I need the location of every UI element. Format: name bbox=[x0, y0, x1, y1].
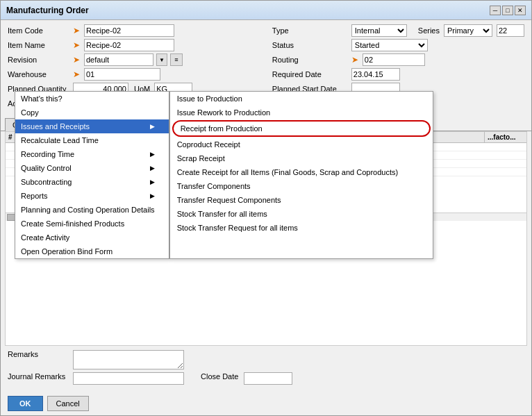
remarks-label: Remarks bbox=[8, 350, 70, 358]
submenu-scrap-receipt[interactable]: Scrap Receipt bbox=[170, 151, 433, 165]
submenu-issue-rework[interactable]: Issue Rework to Production bbox=[170, 106, 433, 119]
item-name-label: Item Name bbox=[8, 41, 70, 49]
menu-open-bind[interactable]: Open Operation Bind Form bbox=[15, 244, 169, 258]
remarks-row: Remarks bbox=[8, 350, 524, 369]
submenu-stock-transfer-all[interactable]: Stock Transfer for all items bbox=[170, 207, 433, 221]
menu-quality-control[interactable]: Quality Control ▶ bbox=[15, 161, 169, 175]
ok-button[interactable]: OK bbox=[8, 396, 43, 411]
journal-remarks-input[interactable] bbox=[73, 372, 184, 385]
series-label: Series bbox=[418, 26, 440, 35]
status-row: Status Started bbox=[272, 39, 524, 51]
submenu-transfer-components[interactable]: Transfer Components bbox=[170, 179, 433, 193]
submenu-transfer-request-components[interactable]: Transfer Request Components bbox=[170, 193, 433, 207]
journal-remarks-label: Journal Remarks bbox=[8, 372, 70, 381]
type-row: Type Internal Series Primary bbox=[272, 24, 524, 37]
minimize-button[interactable]: ─ bbox=[490, 6, 501, 15]
menu-semi-finished[interactable]: Create Semi-finished Products bbox=[15, 217, 169, 231]
item-name-row: Item Name ➤ bbox=[8, 39, 258, 51]
item-name-arrow-icon: ➤ bbox=[73, 40, 80, 50]
remarks-input[interactable] bbox=[73, 350, 184, 369]
required-date-row: Required Date bbox=[272, 68, 524, 81]
menu-planning-costing[interactable]: Planning and Costing Operation Details bbox=[15, 203, 169, 217]
warehouse-row: Warehouse ➤ bbox=[8, 68, 258, 81]
submenu-issue-production[interactable]: Issue to Production bbox=[170, 92, 433, 106]
submenu-issues-receipts: Issue to Production Issue Rework to Prod… bbox=[169, 91, 433, 259]
routing-input[interactable] bbox=[363, 53, 425, 66]
th-facto: ...facto... bbox=[485, 132, 526, 142]
routing-label: Routing bbox=[272, 56, 349, 64]
submenu-arrow-icon: ▶ bbox=[150, 123, 155, 130]
title-bar: Manufacturing Order ─ □ ✕ bbox=[1, 1, 531, 20]
menu-whats-this[interactable]: What's this? bbox=[15, 92, 169, 106]
revision-row: Revision ➤ ▼ ≡ bbox=[8, 53, 258, 66]
required-date-label: Required Date bbox=[272, 70, 349, 78]
routing-row: Routing ➤ bbox=[272, 53, 524, 66]
status-select[interactable]: Started bbox=[351, 39, 428, 51]
window-controls: ─ □ ✕ bbox=[490, 6, 526, 15]
warehouse-arrow-icon: ➤ bbox=[73, 69, 80, 79]
series-num-input[interactable] bbox=[497, 24, 524, 37]
recording-time-arrow-icon: ▶ bbox=[150, 151, 155, 158]
subcontracting-arrow-icon: ▶ bbox=[150, 178, 155, 185]
reports-arrow-icon: ▶ bbox=[150, 192, 155, 199]
warehouse-input[interactable] bbox=[84, 68, 160, 81]
item-code-label: Item Code bbox=[8, 26, 70, 35]
type-select[interactable]: Internal bbox=[351, 24, 407, 37]
submenu-receipt-production[interactable]: Receipt from Production bbox=[174, 122, 429, 135]
receipt-from-production-outline: Receipt from Production bbox=[172, 120, 431, 137]
item-code-input[interactable] bbox=[84, 24, 174, 37]
submenu-create-receipt-all[interactable]: Create Receipt for all Items (Final Good… bbox=[170, 165, 433, 179]
menu-create-activity[interactable]: Create Activity bbox=[15, 231, 169, 244]
maximize-button[interactable]: □ bbox=[502, 6, 513, 15]
revision-dropdown-button[interactable]: ▼ bbox=[156, 53, 167, 66]
warehouse-label: Warehouse bbox=[8, 70, 70, 78]
close-date-input[interactable] bbox=[244, 372, 292, 385]
context-menu: What's this? Copy Issues and Receipts ▶ … bbox=[15, 91, 169, 259]
menu-subcontracting[interactable]: Subcontracting ▶ bbox=[15, 175, 169, 189]
bottom-area: Remarks Journal Remarks Close Date bbox=[1, 346, 531, 392]
close-button[interactable]: ✕ bbox=[515, 6, 526, 15]
revision-label: Revision bbox=[8, 56, 70, 64]
action-buttons: OK Cancel bbox=[1, 392, 531, 415]
item-code-arrow-icon: ➤ bbox=[73, 26, 80, 35]
status-label: Status bbox=[272, 41, 349, 49]
manufacturing-order-window: Manufacturing Order ─ □ ✕ Item Code ➤ It… bbox=[0, 0, 532, 416]
journal-remarks-row: Journal Remarks Close Date bbox=[8, 372, 524, 385]
type-label: Type bbox=[272, 26, 349, 35]
menu-recording-time[interactable]: Recording Time ▶ bbox=[15, 147, 169, 161]
revision-input[interactable] bbox=[84, 53, 153, 66]
window-title: Manufacturing Order bbox=[6, 6, 490, 15]
menu-issues-receipts[interactable]: Issues and Receipts ▶ bbox=[15, 119, 169, 133]
series-select[interactable]: Primary bbox=[444, 24, 492, 37]
menu-copy[interactable]: Copy bbox=[15, 106, 169, 119]
item-name-input[interactable] bbox=[84, 39, 174, 51]
close-date-label: Close Date bbox=[201, 372, 238, 381]
menu-reports[interactable]: Reports ▶ bbox=[15, 189, 169, 203]
revision-arrow-icon: ➤ bbox=[73, 55, 80, 65]
item-code-row: Item Code ➤ bbox=[8, 24, 258, 37]
revision-icon-button[interactable]: ≡ bbox=[170, 53, 183, 66]
submenu-stock-transfer-request-all[interactable]: Stock Transfer Request for all items bbox=[170, 221, 433, 235]
routing-arrow-icon: ➤ bbox=[351, 55, 358, 65]
context-menu-overlay: What's this? Copy Issues and Receipts ▶ … bbox=[15, 91, 433, 259]
cancel-button[interactable]: Cancel bbox=[47, 396, 89, 411]
required-date-input[interactable] bbox=[351, 68, 400, 81]
submenu-coproduct-receipt[interactable]: Coproduct Receipt bbox=[170, 138, 433, 151]
quality-control-arrow-icon: ▶ bbox=[150, 165, 155, 172]
menu-recalculate[interactable]: Recalculate Lead Time bbox=[15, 133, 169, 147]
